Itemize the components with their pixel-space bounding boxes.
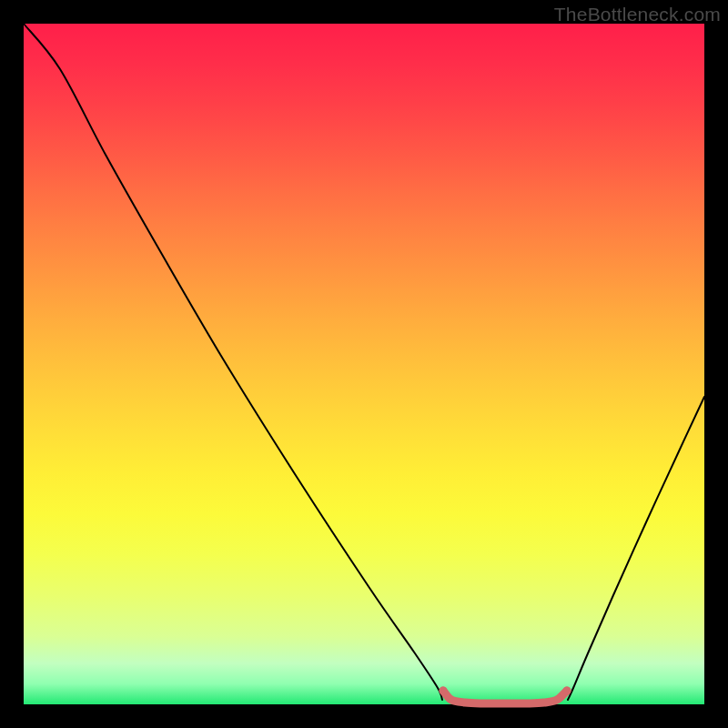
series-bottom-flat-segment — [443, 691, 567, 703]
chart-svg — [24, 24, 704, 704]
series-bottom-flat-segment-endpoint — [440, 687, 448, 695]
series-bottom-flat-segment-endpoint — [563, 687, 571, 695]
watermark-text: TheBottleneck.com — [554, 4, 721, 25]
series-left-descending-curve — [24, 24, 442, 700]
series-right-ascending-curve — [568, 397, 704, 700]
chart-plot-area — [24, 24, 704, 704]
